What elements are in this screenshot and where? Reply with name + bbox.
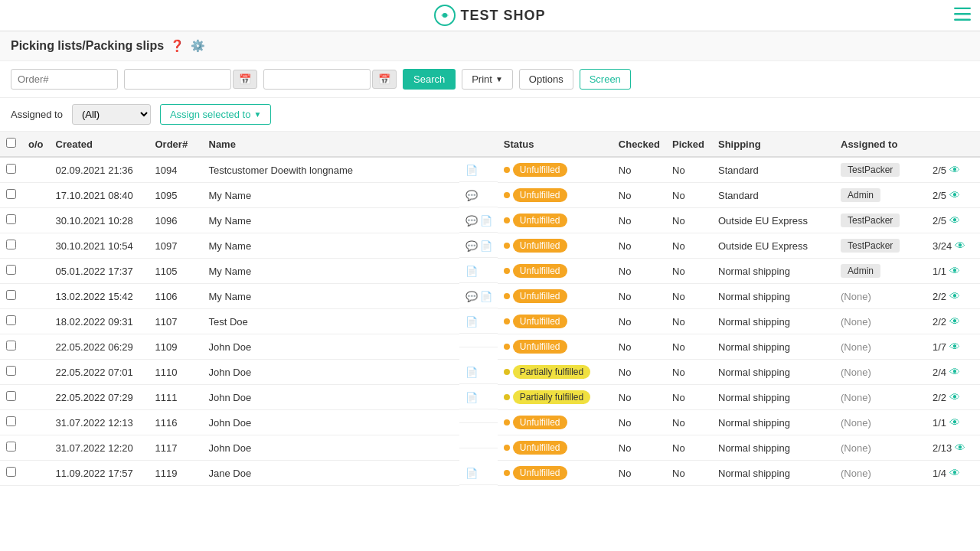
row-picked: No bbox=[666, 259, 712, 284]
row-eye-button[interactable]: 👁 bbox=[949, 467, 960, 479]
row-checkbox[interactable] bbox=[6, 189, 16, 199]
row-icons-cell: 💬📄 bbox=[459, 284, 498, 308]
document-icon[interactable]: 📄 bbox=[480, 240, 492, 252]
row-shipping: Normal shipping bbox=[712, 410, 835, 435]
assigned-packer-button[interactable]: Admin bbox=[841, 264, 880, 278]
row-checkbox[interactable] bbox=[6, 214, 16, 224]
row-checkbox[interactable] bbox=[6, 265, 16, 275]
row-icons-cell: 📄 bbox=[459, 461, 498, 485]
row-checkbox[interactable] bbox=[6, 164, 16, 174]
row-created: 22.05.2022 07:01 bbox=[50, 360, 149, 385]
assigned-packer-button[interactable]: TestPacker bbox=[841, 239, 900, 253]
row-eye-button[interactable]: 👁 bbox=[949, 391, 960, 403]
row-checkbox[interactable] bbox=[6, 341, 16, 350]
row-created: 05.01.2022 17:37 bbox=[50, 259, 149, 284]
row-checkbox[interactable] bbox=[6, 315, 16, 325]
row-eye-button[interactable]: 👁 bbox=[949, 341, 960, 353]
row-checkbox[interactable] bbox=[6, 240, 16, 249]
row-status: Unfulfilled bbox=[498, 334, 612, 360]
message-icon[interactable]: 💬 bbox=[466, 291, 478, 302]
row-eye-button[interactable]: 👁 bbox=[949, 290, 960, 302]
row-eye-button[interactable]: 👁 bbox=[949, 164, 960, 176]
status-badge: Unfulfilled bbox=[513, 214, 567, 227]
document-icon[interactable]: 📄 bbox=[466, 468, 478, 479]
row-checked: No bbox=[612, 309, 666, 334]
status-badge: Unfulfilled bbox=[513, 163, 567, 177]
row-eye-button[interactable]: 👁 bbox=[949, 214, 960, 227]
date-to-calendar-button[interactable]: 📅 bbox=[372, 70, 397, 89]
row-eye-button[interactable]: 👁 bbox=[949, 315, 960, 328]
date-from-input[interactable]: 10.08.2021 bbox=[124, 69, 231, 90]
status-badge: Unfulfilled bbox=[513, 441, 567, 455]
date-from-calendar-button[interactable]: 📅 bbox=[233, 70, 257, 89]
row-checkbox[interactable] bbox=[6, 290, 16, 300]
status-badge: Unfulfilled bbox=[513, 466, 567, 480]
assigned-packer-button[interactable]: TestPacker bbox=[841, 214, 900, 227]
search-button[interactable]: Search bbox=[403, 69, 456, 90]
row-fraction-cell: 1/4 👁 bbox=[926, 461, 980, 486]
row-name: Jane Doe bbox=[203, 461, 459, 486]
print-button[interactable]: Print ▼ bbox=[462, 69, 513, 90]
row-icons-cell: 💬📄 bbox=[459, 208, 498, 233]
row-checkbox[interactable] bbox=[6, 442, 16, 452]
order-input[interactable] bbox=[11, 69, 118, 90]
document-icon[interactable]: 📄 bbox=[466, 316, 478, 328]
row-eye-button[interactable]: 👁 bbox=[955, 442, 965, 454]
message-icon[interactable]: 💬 bbox=[466, 240, 478, 252]
row-eye-button[interactable]: 👁 bbox=[949, 189, 960, 201]
row-checkbox[interactable] bbox=[6, 416, 16, 426]
row-status: Unfulfilled bbox=[498, 461, 612, 486]
row-checkbox-cell bbox=[0, 259, 22, 284]
row-checkbox[interactable] bbox=[6, 391, 16, 401]
assigned-packer-button[interactable]: TestPacker bbox=[841, 163, 900, 177]
row-order: 1097 bbox=[149, 233, 203, 259]
select-all-checkbox[interactable] bbox=[6, 138, 16, 148]
date-to-input[interactable]: 05.10.2022 bbox=[263, 69, 371, 90]
screen-button[interactable]: Screen bbox=[580, 69, 631, 90]
message-icon[interactable]: 💬 bbox=[466, 215, 478, 227]
row-eye-button[interactable]: 👁 bbox=[949, 416, 960, 429]
assigned-packer-button[interactable]: Admin bbox=[841, 188, 880, 202]
options-button[interactable]: Options bbox=[519, 69, 573, 90]
help-button[interactable]: ❓ bbox=[170, 39, 185, 53]
assigned-to-select[interactable]: (All) Admin TestPacker bbox=[72, 104, 151, 125]
row-checked: No bbox=[612, 461, 666, 486]
status-badge: Unfulfilled bbox=[513, 416, 567, 429]
row-assigned: (None) bbox=[835, 334, 926, 360]
col-header-order: Order# bbox=[149, 132, 203, 157]
document-icon[interactable]: 📄 bbox=[480, 215, 492, 227]
col-header-picked: Picked bbox=[666, 132, 712, 157]
row-name: My Name bbox=[203, 208, 459, 233]
row-name: John Doe bbox=[203, 334, 459, 360]
row-order: 1109 bbox=[149, 334, 203, 360]
status-dot-icon bbox=[504, 344, 510, 350]
row-checked: No bbox=[612, 233, 666, 259]
row-checked: No bbox=[612, 435, 666, 461]
row-eye-button[interactable]: 👁 bbox=[949, 265, 960, 277]
hamburger-button[interactable] bbox=[954, 8, 971, 24]
row-checkbox[interactable] bbox=[6, 366, 16, 376]
row-fraction: 2/2 bbox=[933, 291, 946, 302]
row-shipping: Normal shipping bbox=[712, 259, 835, 284]
row-fraction: 1/4 bbox=[933, 468, 946, 479]
row-oo-cell bbox=[22, 208, 50, 233]
row-eye-button[interactable]: 👁 bbox=[955, 240, 965, 252]
row-assigned: (None) bbox=[835, 435, 926, 461]
document-icon[interactable]: 📄 bbox=[480, 291, 492, 302]
document-icon[interactable]: 📄 bbox=[466, 367, 478, 378]
row-created: 13.02.2022 15:42 bbox=[50, 284, 149, 309]
status-dot-icon bbox=[504, 419, 510, 425]
document-icon[interactable]: 📄 bbox=[466, 165, 478, 176]
col-header-checkbox bbox=[0, 132, 22, 157]
document-icon[interactable]: 📄 bbox=[466, 266, 478, 277]
document-icon[interactable]: 📄 bbox=[466, 392, 478, 403]
assign-selected-button[interactable]: Assign selected to ▼ bbox=[160, 104, 271, 125]
row-fraction: 2/5 bbox=[933, 165, 946, 176]
row-checkbox[interactable] bbox=[6, 467, 16, 477]
row-eye-button[interactable]: 👁 bbox=[949, 366, 960, 378]
assign-selected-label: Assign selected to bbox=[170, 109, 251, 120]
settings-button[interactable]: ⚙️ bbox=[191, 39, 205, 53]
message-icon[interactable]: 💬 bbox=[466, 190, 478, 201]
row-shipping: Outside EU Express bbox=[712, 233, 835, 259]
col-header-oo: o/o bbox=[22, 132, 50, 157]
